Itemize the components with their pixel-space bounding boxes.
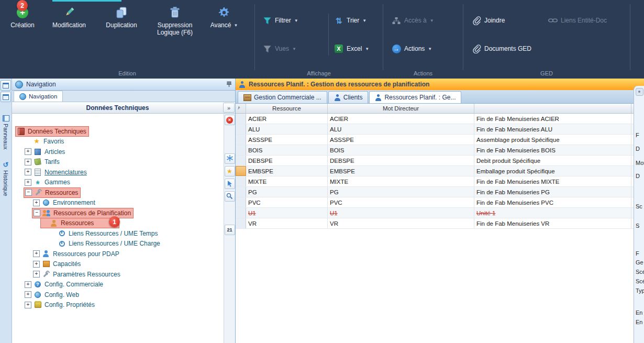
chevron-right-button[interactable]: »: [223, 103, 235, 113]
table-cell[interactable]: U1: [246, 208, 328, 218]
table-row[interactable]: MIXTEMIXTEFin de Fab Menuiseries MIXTE: [236, 176, 644, 187]
table-cell[interactable]: MIXTE: [328, 176, 474, 186]
liens-entite-doc-button[interactable]: Liens Entité-Doc: [548, 14, 625, 27]
table-cell[interactable]: ALU: [328, 124, 474, 134]
table-cell[interactable]: EMBSPE: [328, 166, 474, 176]
tree-item-label[interactable]: Config. Web: [43, 291, 80, 298]
table-row[interactable]: ACIERACIERFin de Fab Menuiseries ACIER: [236, 114, 644, 124]
tree-item[interactable]: +Config. Commerciale: [12, 280, 224, 290]
tree-item-label[interactable]: Paramètres Ressources: [52, 271, 121, 278]
table-row[interactable]: ALUALUFin de Fab Menuiseries ALU: [236, 124, 644, 135]
collapse-icon[interactable]: −: [25, 189, 32, 196]
table-cell[interactable]: BOIS: [246, 145, 328, 155]
table-cell[interactable]: BOIS: [328, 145, 474, 155]
tree-item-label[interactable]: Ressources de Planification: [52, 209, 132, 217]
row-indicator[interactable]: [236, 124, 246, 134]
tree-item[interactable]: +Tarifs: [12, 157, 224, 168]
row-indicator[interactable]: [236, 145, 246, 155]
tree-item-label[interactable]: Tarifs: [43, 158, 61, 165]
row-indicator[interactable]: [236, 135, 246, 145]
tab-clients[interactable]: Clients: [328, 91, 369, 103]
tree-item-label[interactable]: Ressources: [44, 189, 79, 196]
table-cell[interactable]: VR: [246, 218, 328, 228]
favorites-button[interactable]: ★: [225, 166, 235, 176]
table-row[interactable]: PGPGFin de Fab Menuiseries PG: [236, 187, 644, 197]
search-button[interactable]: [225, 191, 235, 202]
table-cell[interactable]: ACIER: [328, 114, 474, 124]
row-indicator[interactable]: [236, 156, 246, 165]
tree-item[interactable]: Liens Ressources / UME Temps: [12, 228, 224, 239]
table-cell[interactable]: DEBSPE: [246, 156, 328, 165]
suppression-logique-button[interactable]: Suppression Logique (F6): [150, 5, 200, 37]
row-indicator[interactable]: [236, 208, 246, 218]
row-indicator[interactable]: [236, 166, 246, 176]
documents-ged-button[interactable]: Documents GED: [472, 42, 539, 56]
expand-icon[interactable]: +: [33, 200, 40, 206]
dock-tab-historique[interactable]: ↺ Historique: [3, 161, 9, 196]
tree-item[interactable]: +Paramètres Ressources: [12, 269, 224, 280]
tree-item-label[interactable]: Ressources: [60, 219, 95, 227]
tab-gestion-commerciale[interactable]: Gestion Commerciale ...: [238, 91, 327, 103]
table-cell[interactable]: Debit produit Spécifique: [474, 156, 631, 165]
pin-icon[interactable]: [226, 81, 232, 87]
tree-item-label[interactable]: Ressources pour PDAP: [52, 250, 120, 258]
table-cell[interactable]: Fin de Fab Menuiseries VR: [474, 218, 631, 228]
chevron-down-icon[interactable]: ▼: [362, 18, 367, 23]
table-cell[interactable]: PG: [328, 187, 474, 197]
table-cell[interactable]: PG: [246, 187, 328, 197]
row-indicator[interactable]: [236, 187, 246, 197]
expand-icon[interactable]: +: [25, 169, 31, 175]
tree-item[interactable]: +Config. Propriétés: [12, 300, 224, 311]
sort-numeric-button[interactable]: 21: [225, 225, 235, 235]
tab-navigation[interactable]: Navigation: [14, 91, 63, 102]
chevron-down-icon[interactable]: ▼: [365, 47, 369, 51]
table-cell[interactable]: Fin de Fab Menuiseries PG: [474, 187, 631, 197]
freeze-button[interactable]: [225, 153, 235, 164]
row-indicator[interactable]: [236, 176, 246, 186]
joindre-button[interactable]: Joindre: [472, 14, 539, 27]
table-cell[interactable]: Unité 1: [474, 208, 631, 218]
tree-item[interactable]: +Config. Web: [12, 290, 224, 300]
table-cell[interactable]: Fin de Fab Menuiseries ACIER: [474, 114, 631, 124]
table-cell[interactable]: U1: [328, 208, 474, 218]
table-row[interactable]: U1U1Unité 1: [236, 208, 644, 218]
column-header-ressource[interactable]: Ressource: [246, 104, 328, 113]
table-cell[interactable]: Fin de Fab Menuiseries PVC: [474, 197, 631, 207]
expand-icon[interactable]: +: [25, 302, 31, 308]
tree-item[interactable]: +Gammes: [12, 178, 224, 188]
collapse-icon[interactable]: −: [34, 209, 40, 216]
table-cell[interactable]: PVC: [328, 197, 474, 207]
excel-button[interactable]: X Excel ▼: [334, 42, 384, 56]
pointer-button[interactable]: [225, 179, 235, 189]
duplication-button[interactable]: Duplication: [101, 5, 142, 37]
tree-item-label[interactable]: Liens Ressources / UME Charge: [68, 240, 161, 247]
table-cell[interactable]: ACIER: [246, 114, 328, 124]
tree-item-label[interactable]: Config. Commerciale: [43, 281, 104, 288]
row-indicator[interactable]: [236, 114, 246, 124]
tree-item-label[interactable]: Favoris: [42, 138, 65, 145]
expand-icon[interactable]: +: [25, 281, 31, 288]
tree-item[interactable]: Liens Ressources / UME Charge: [12, 239, 224, 249]
tab-ressources-planif[interactable]: Ressources Planif. : Ge...: [369, 91, 461, 103]
acces-a-button[interactable]: Accès à ▼: [392, 14, 454, 27]
tree-item-label[interactable]: Capacités: [52, 260, 82, 268]
chevron-down-icon[interactable]: ▼: [428, 47, 432, 51]
table-row[interactable]: EMBSPEEMBSPEEmballage produit Spécifique: [236, 166, 644, 176]
row-indicator[interactable]: [236, 218, 246, 228]
tree-item[interactable]: +Nomenclatures: [12, 167, 224, 178]
table-cell[interactable]: ASSSPE: [328, 135, 474, 145]
table-row[interactable]: PVCPVCFin de Fab Menuiseries PVC: [236, 197, 644, 208]
clear-filter-button[interactable]: ×: [225, 115, 235, 125]
table-cell[interactable]: PVC: [246, 197, 328, 207]
tree-item[interactable]: Favoris: [12, 137, 224, 147]
tree-item[interactable]: +Environnement: [12, 198, 224, 208]
table-cell[interactable]: Fin de Fab Menuiseries MIXTE: [474, 176, 631, 186]
avance-button[interactable]: Avancé ▼: [207, 5, 241, 37]
expand-icon[interactable]: +: [25, 148, 31, 155]
vues-button[interactable]: Vues ▼: [262, 42, 323, 56]
tree-item-label[interactable]: Données Techniques: [27, 128, 87, 135]
filtrer-button[interactable]: Filtrer ▼: [262, 14, 323, 27]
table-cell[interactable]: ALU: [246, 124, 328, 134]
modification-button[interactable]: Modification: [45, 5, 93, 37]
tree-item[interactable]: +Capacités: [12, 259, 224, 270]
